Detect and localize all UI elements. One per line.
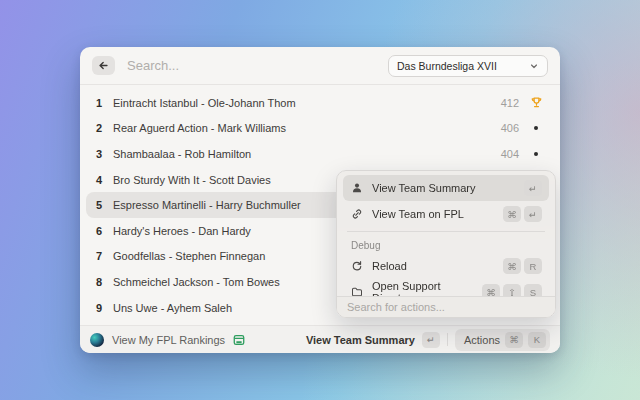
- command-palette-window: Search... Das Burndesliga XVII 1 Eintrac…: [80, 47, 560, 353]
- command-key: ⌘: [505, 332, 523, 348]
- team-name: Uns Uwe - Ayhem Saleh: [113, 302, 232, 314]
- actions-button-label: Actions: [464, 334, 500, 346]
- command-title: View My FPL Rankings: [112, 334, 225, 346]
- actions-search-input[interactable]: Search for actions...: [337, 296, 555, 317]
- rank-number: 1: [96, 97, 110, 109]
- rank-number: 3: [96, 148, 110, 160]
- score: 406: [501, 122, 519, 134]
- footer-divider: [447, 333, 448, 346]
- team-name: Rear Aguerd Action - Mark Williams: [113, 122, 286, 134]
- k-key: K: [528, 332, 546, 348]
- score: 412: [501, 97, 519, 109]
- menu-item-label: Reload: [372, 260, 407, 272]
- actions-menu-list: View Team Summary ↵ View Team on FPL ⌘ ↵: [337, 171, 555, 298]
- trophy-icon: [528, 96, 544, 109]
- rank-number: 6: [96, 225, 110, 237]
- league-dropdown[interactable]: Das Burndesliga XVII: [388, 55, 548, 77]
- team-name: Espresso Martinelli - Harry Buchmuller: [113, 199, 301, 211]
- return-key: ↵: [524, 206, 542, 222]
- rank-number: 7: [96, 250, 110, 262]
- shortcut-keys: ↵: [524, 180, 542, 196]
- top-bar: Search... Das Burndesliga XVII: [80, 47, 560, 85]
- reload-icon: [350, 260, 364, 272]
- actions-button[interactable]: Actions ⌘ K: [455, 329, 550, 351]
- team-name: Goodfellas - Stephen Finnegan: [113, 250, 265, 262]
- arrow-left-icon: [98, 57, 109, 75]
- rank-number: 5: [96, 199, 110, 211]
- chevron-down-icon: [529, 61, 539, 71]
- fpl-app-icon: [90, 333, 104, 347]
- team-name: Schmeichel Jackson - Tom Bowes: [113, 276, 280, 288]
- menu-divider: [347, 231, 545, 232]
- shortcut-keys: ⌘ R: [503, 258, 542, 274]
- desktop-background: Search... Das Burndesliga XVII 1 Eintrac…: [0, 0, 640, 400]
- dot-icon: [528, 126, 544, 130]
- list-item[interactable]: 1 Eintracht Istanbul - Ole-Johann Thom 4…: [86, 90, 554, 116]
- rank-number: 2: [96, 122, 110, 134]
- team-name: Eintracht Istanbul - Ole-Johann Thom: [113, 97, 296, 109]
- rankings-list-icon: [232, 333, 246, 347]
- menu-item-view-team-summary[interactable]: View Team Summary ↵: [343, 175, 549, 201]
- return-key: ↵: [422, 332, 440, 348]
- team-name: Shambaalaa - Rob Hamilton: [113, 148, 251, 160]
- list-item[interactable]: 2 Rear Aguerd Action - Mark Williams 406: [86, 116, 554, 142]
- actions-menu: View Team Summary ↵ View Team on FPL ⌘ ↵: [336, 170, 556, 318]
- link-icon: [350, 208, 364, 220]
- search-input[interactable]: Search...: [127, 58, 179, 73]
- list-item[interactable]: 3 Shambaalaa - Rob Hamilton 404: [86, 141, 554, 167]
- rank-number: 8: [96, 276, 110, 288]
- shortcut-keys: ⌘ ↵: [503, 206, 542, 222]
- primary-action-label[interactable]: View Team Summary: [306, 334, 415, 346]
- menu-item-reload[interactable]: Reload ⌘ R: [343, 253, 549, 279]
- menu-item-label: View Team on FPL: [372, 208, 464, 220]
- r-key: R: [524, 258, 542, 274]
- menu-item-view-team-on-fpl[interactable]: View Team on FPL ⌘ ↵: [343, 201, 549, 227]
- return-key: ↵: [524, 180, 542, 196]
- command-key: ⌘: [503, 206, 521, 222]
- score: 404: [501, 148, 519, 160]
- command-key: ⌘: [503, 258, 521, 274]
- team-name: Bro Sturdy With It - Scott Davies: [113, 174, 271, 186]
- league-dropdown-value: Das Burndesliga XVII: [397, 60, 497, 72]
- menu-section-debug: Debug: [343, 237, 549, 253]
- rank-number: 9: [96, 302, 110, 314]
- back-button[interactable]: [92, 56, 115, 75]
- person-icon: [350, 182, 364, 194]
- status-bar: View My FPL Rankings View Team Summary ↵…: [80, 325, 560, 353]
- menu-item-label: View Team Summary: [372, 182, 476, 194]
- rank-number: 4: [96, 174, 110, 186]
- dot-icon: [528, 152, 544, 156]
- team-name: Hardy's Heroes - Dan Hardy: [113, 225, 251, 237]
